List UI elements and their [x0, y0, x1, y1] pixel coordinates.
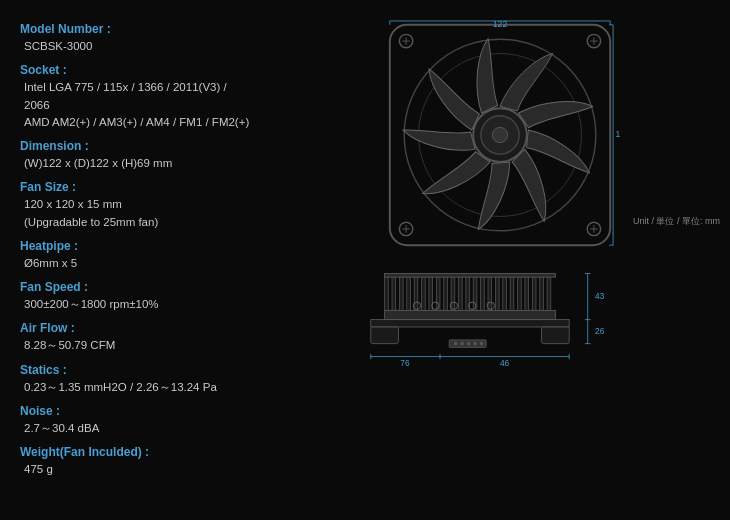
fan-size-value2: (Upgradable to 25mm fan)	[20, 214, 255, 231]
air-flow-label: Air Flow :	[20, 319, 255, 337]
svg-rect-50	[385, 273, 556, 277]
svg-rect-40	[481, 273, 485, 310]
noise-value: 2.7～30.4 dBA	[20, 420, 255, 437]
image-panel: 122 122 Unit / 単位 / 單位: mm	[270, 0, 730, 520]
statics-label: Statics :	[20, 361, 255, 379]
air-flow-value: 8.28～50.79 CFM	[20, 337, 255, 354]
svg-text:43: 43	[595, 291, 605, 301]
svg-rect-36	[451, 273, 455, 310]
svg-rect-44	[510, 273, 514, 310]
heatpipe-row: Heatpipe : Ø6mm x 5	[20, 237, 255, 272]
svg-text:122: 122	[615, 129, 620, 139]
fan-top-view: 122 122	[380, 20, 620, 250]
fan-speed-row: Fan Speed : 300±200～1800 rpm±10%	[20, 278, 255, 313]
svg-rect-53	[542, 327, 570, 344]
svg-text:76: 76	[400, 358, 410, 368]
svg-rect-26	[385, 310, 556, 319]
socket-row: Socket : Intel LGA 775 / 115x / 1366 / 2…	[20, 61, 255, 131]
fan-size-row: Fan Size : 120 x 120 x 15 mm (Upgradable…	[20, 178, 255, 231]
svg-rect-35	[444, 273, 448, 310]
svg-rect-37	[458, 273, 462, 310]
socket-value1: Intel LGA 775 / 115x / 1366 / 2011(V3) /…	[20, 79, 255, 114]
socket-value2: AMD AM2(+) / AM3(+) / AM4 / FM1 / FM2(+)	[20, 114, 255, 131]
dimension-row: Dimension : (W)122 x (D)122 x (H)69 mm	[20, 137, 255, 172]
svg-rect-42	[495, 273, 499, 310]
svg-text:46: 46	[500, 358, 510, 368]
fan-speed-value: 300±200～1800 rpm±10%	[20, 296, 255, 313]
fan-speed-label: Fan Speed :	[20, 278, 255, 296]
svg-rect-30	[407, 273, 411, 310]
svg-text:122: 122	[493, 20, 508, 29]
svg-rect-28	[392, 273, 396, 310]
statics-value: 0.23～1.35 mmH2O / 2.26～13.24 Pa	[20, 379, 255, 396]
weight-row: Weight(Fan Inculded) : 475 g	[20, 443, 255, 478]
weight-label: Weight(Fan Inculded) :	[20, 443, 255, 461]
svg-rect-48	[540, 273, 544, 310]
fan-side-view: 76 46 43 26	[360, 255, 640, 375]
heatpipe-label: Heatpipe :	[20, 237, 255, 255]
dimension-value: (W)122 x (D)122 x (H)69 mm	[20, 155, 255, 172]
model-row: Model Number : SCBSK-3000	[20, 20, 255, 55]
socket-label: Socket :	[20, 61, 255, 79]
statics-row: Statics : 0.23～1.35 mmH2O / 2.26～13.24 P…	[20, 361, 255, 396]
svg-rect-46	[525, 273, 529, 310]
svg-point-55	[454, 342, 458, 346]
svg-point-17	[492, 127, 507, 142]
svg-rect-31	[414, 273, 418, 310]
svg-point-56	[460, 342, 464, 346]
heatpipe-value: Ø6mm x 5	[20, 255, 255, 272]
specs-panel: Model Number : SCBSK-3000 Socket : Intel…	[0, 0, 270, 520]
noise-row: Noise : 2.7～30.4 dBA	[20, 402, 255, 437]
svg-rect-39	[473, 273, 477, 310]
noise-label: Noise :	[20, 402, 255, 420]
svg-rect-43	[503, 273, 507, 310]
model-label: Model Number :	[20, 20, 255, 38]
svg-rect-41	[488, 273, 492, 310]
svg-text:26: 26	[595, 326, 605, 336]
svg-rect-51	[371, 320, 569, 327]
model-value: SCBSK-3000	[20, 38, 255, 55]
svg-rect-34	[436, 273, 440, 310]
unit-label: Unit / 単位 / 單位: mm	[633, 215, 720, 228]
fan-size-label: Fan Size :	[20, 178, 255, 196]
svg-rect-49	[547, 273, 551, 310]
svg-rect-52	[371, 327, 399, 344]
svg-point-59	[480, 342, 484, 346]
svg-rect-29	[399, 273, 403, 310]
fan-size-value1: 120 x 120 x 15 mm	[20, 196, 255, 213]
dimension-label: Dimension :	[20, 137, 255, 155]
air-flow-row: Air Flow : 8.28～50.79 CFM	[20, 319, 255, 354]
svg-point-57	[467, 342, 471, 346]
svg-rect-45	[518, 273, 522, 310]
weight-value: 475 g	[20, 461, 255, 478]
svg-rect-47	[532, 273, 536, 310]
svg-point-58	[473, 342, 477, 346]
svg-rect-32	[422, 273, 426, 310]
svg-rect-27	[385, 273, 389, 310]
